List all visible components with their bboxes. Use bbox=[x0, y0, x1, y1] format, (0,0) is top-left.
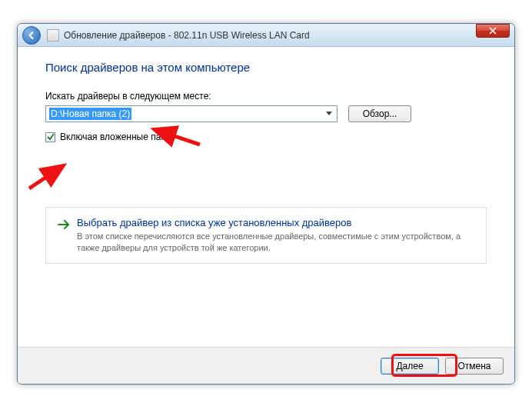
cancel-button[interactable]: Отмена bbox=[445, 358, 504, 375]
pick-from-list-option[interactable]: Выбрать драйвер из списка уже установлен… bbox=[45, 207, 487, 264]
path-combobox[interactable]: D:\Новая папка (2) bbox=[45, 105, 337, 122]
chevron-down-icon[interactable] bbox=[323, 108, 335, 120]
content-area: Поиск драйверов на этом компьютере Искат… bbox=[18, 47, 514, 347]
next-button[interactable]: Далее bbox=[381, 358, 439, 375]
include-subfolders-checkbox[interactable] bbox=[45, 132, 55, 142]
window-title: Обновление драйверов - 802.11n USB Wirel… bbox=[64, 30, 310, 41]
pick-from-list-title: Выбрать драйвер из списка уже установлен… bbox=[77, 217, 475, 228]
include-subfolders-label: Включая вложенные папки bbox=[60, 132, 175, 142]
titlebar: Обновление драйверов - 802.11n USB Wirel… bbox=[18, 24, 514, 47]
driver-update-window: Обновление драйверов - 802.11n USB Wirel… bbox=[17, 23, 515, 385]
footer: Далее Отмена bbox=[18, 347, 514, 384]
page-heading: Поиск драйверов на этом компьютере bbox=[45, 61, 487, 74]
back-button[interactable] bbox=[22, 26, 41, 45]
path-label: Искать драйверы в следующем месте: bbox=[45, 91, 487, 102]
arrow-right-icon bbox=[57, 218, 71, 231]
window-icon bbox=[47, 29, 59, 42]
browse-button[interactable]: Обзор... bbox=[348, 105, 411, 122]
path-value: D:\Новая папка (2) bbox=[49, 108, 131, 120]
pick-from-list-desc: В этом списке перечисляются все установл… bbox=[77, 231, 475, 254]
close-button[interactable] bbox=[476, 24, 510, 38]
